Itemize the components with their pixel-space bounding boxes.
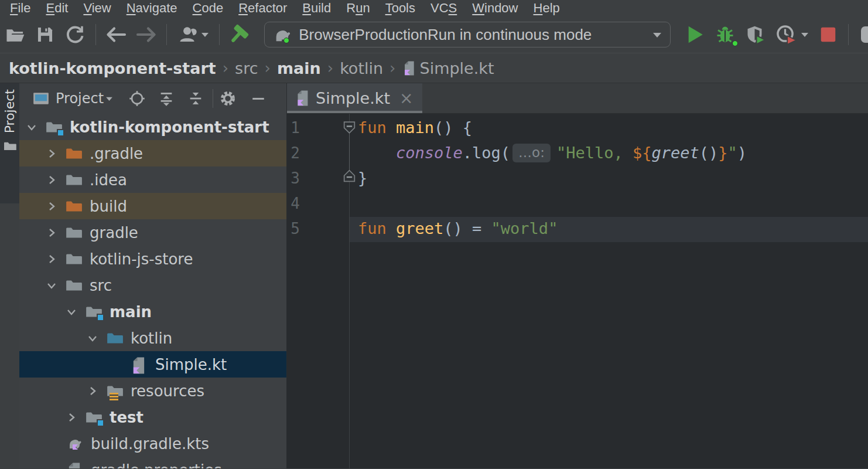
- tree-item-build-gradle-kts[interactable]: build.gradle.kts: [19, 430, 286, 457]
- build-button[interactable]: [227, 22, 252, 47]
- settings-gear-button[interactable]: [217, 87, 239, 110]
- gradle-build-file-icon: [66, 436, 84, 451]
- chevron-right-icon[interactable]: [45, 147, 58, 160]
- code-token: "world": [491, 219, 558, 237]
- breadcrumb-file-label: Simple.kt: [420, 59, 494, 77]
- locate-file-button[interactable]: [126, 87, 148, 110]
- label-mnemonic: H: [534, 1, 543, 15]
- menu-item-navigate[interactable]: Navigate: [119, 0, 185, 16]
- menu-item-view[interactable]: View: [76, 0, 118, 16]
- tree-item-label: test: [110, 409, 143, 426]
- tree-item-label: main: [110, 303, 152, 321]
- line-number: 4: [288, 195, 300, 212]
- tree-item-src[interactable]: src: [19, 272, 286, 298]
- editor-area[interactable]: 1 fun main() { 2 console.log(…o:"Hello, …: [287, 114, 868, 468]
- breadcrumb-kotlin[interactable]: kotlin: [340, 59, 383, 77]
- chevron-down-icon[interactable]: [25, 121, 38, 134]
- tree-item-label: .gradle: [90, 145, 143, 162]
- chevron-right-icon[interactable]: [45, 226, 58, 239]
- menu-item-window[interactable]: Window: [464, 0, 525, 16]
- tree-item-label: build: [90, 198, 127, 215]
- menu-item-vcs[interactable]: VCS: [423, 0, 464, 16]
- tree-item-gradle[interactable]: gradle: [19, 219, 286, 246]
- tree-item-project-root[interactable]: kotlin-komponent-start: [19, 114, 286, 140]
- expand-all-button[interactable]: [155, 87, 177, 110]
- menu-item-run[interactable]: Run: [339, 0, 377, 16]
- code-token: () {: [434, 118, 472, 137]
- tree-item-gradle-properties[interactable]: gradle.properties: [19, 457, 286, 468]
- breadcrumb-src[interactable]: src: [235, 59, 258, 77]
- chevron-right-icon[interactable]: [45, 174, 58, 186]
- tree-item-main[interactable]: main: [19, 298, 286, 325]
- back-button[interactable]: [104, 22, 129, 47]
- run-configuration-select[interactable]: BrowserProductionRun in continuous mode: [264, 22, 671, 47]
- tool-window-label: Project: [2, 89, 17, 133]
- profile-selector-button[interactable]: [175, 22, 211, 47]
- tree-item-simple-kt[interactable]: Simple.kt: [19, 351, 286, 378]
- tree-item-dot-idea[interactable]: .idea: [19, 166, 286, 193]
- coverage-shield-icon: [745, 24, 766, 45]
- tab-simple-kt[interactable]: Simple.kt ×: [287, 83, 422, 113]
- label-mnemonic: F: [10, 1, 18, 15]
- project-panel: Project kotlin-komponent-start .gradle: [19, 83, 287, 468]
- menu-item-build[interactable]: Build: [295, 0, 339, 16]
- code-token: "Hello,: [556, 144, 633, 162]
- tree-item-build[interactable]: build: [19, 193, 286, 219]
- chevron-down-icon[interactable]: [45, 279, 58, 292]
- menu-item-edit[interactable]: Edit: [38, 0, 76, 16]
- breadcrumb-project[interactable]: kotlin-komponent-start: [9, 59, 216, 77]
- forward-button[interactable]: [134, 22, 159, 47]
- label-mnemonic: T: [385, 1, 392, 15]
- module-folder-icon: [45, 119, 63, 135]
- collapse-all-button[interactable]: [184, 87, 207, 110]
- code-token: fun: [358, 219, 396, 237]
- save-button[interactable]: [32, 22, 57, 47]
- stop-button[interactable]: [815, 22, 840, 47]
- tree-item-dot-gradle[interactable]: .gradle: [19, 140, 286, 166]
- tree-item-resources[interactable]: resources: [19, 378, 286, 404]
- profiler-button[interactable]: [773, 22, 811, 47]
- stop-icon: [819, 26, 837, 43]
- source-root-folder-icon: [106, 330, 124, 346]
- menu-item-file[interactable]: File: [2, 0, 38, 16]
- chevron-right-icon[interactable]: [65, 411, 78, 424]
- tree-item-label: kotlin-js-store: [90, 250, 193, 268]
- sync-button[interactable]: [62, 22, 87, 47]
- project-panel-title[interactable]: Project: [56, 90, 104, 107]
- menu-item-tools[interactable]: Tools: [378, 0, 423, 16]
- chevron-right-icon[interactable]: [45, 253, 58, 266]
- tree-item-kotlin-source-root[interactable]: kotlin: [19, 325, 286, 351]
- breadcrumb-main[interactable]: main: [277, 59, 321, 77]
- menu-item-code[interactable]: Code: [185, 0, 231, 16]
- chevron-down-icon[interactable]: [86, 332, 99, 345]
- label-part: indow: [484, 1, 518, 15]
- run-button[interactable]: [682, 22, 708, 47]
- tree-item-label: build.gradle.kts: [91, 435, 209, 453]
- hide-panel-button[interactable]: [247, 87, 269, 110]
- chevron-right-icon[interactable]: [86, 385, 99, 397]
- project-tool-window-button[interactable]: Project: [0, 83, 19, 203]
- code-token: ): [737, 144, 747, 162]
- module-badge: [57, 129, 64, 137]
- gradle-icon: [273, 26, 293, 43]
- run-with-coverage-button[interactable]: [743, 22, 768, 47]
- close-icon[interactable]: ×: [399, 90, 413, 107]
- menu-item-help[interactable]: Help: [526, 0, 568, 16]
- tree-item-test[interactable]: test: [19, 404, 286, 430]
- label-part: avigate: [136, 1, 177, 15]
- status-dot: [732, 40, 738, 46]
- hammer-icon: [229, 23, 251, 46]
- project-view-icon: [32, 91, 50, 106]
- label-part: ode: [201, 1, 223, 15]
- open-button[interactable]: [2, 22, 28, 47]
- label-part: dit: [54, 1, 68, 15]
- chevron-right-icon[interactable]: [45, 200, 58, 213]
- debug-button[interactable]: [713, 22, 738, 47]
- breadcrumb-file[interactable]: Simple.kt: [402, 59, 494, 77]
- chevron-down-icon[interactable]: [65, 305, 78, 318]
- menu-item-refactor[interactable]: Refactor: [231, 0, 295, 16]
- clipped-toolbar-icon: [861, 26, 868, 43]
- module-badge: [97, 314, 104, 321]
- code-line: 1 fun main() {: [287, 115, 868, 140]
- tree-item-kotlin-js-store[interactable]: kotlin-js-store: [19, 246, 286, 272]
